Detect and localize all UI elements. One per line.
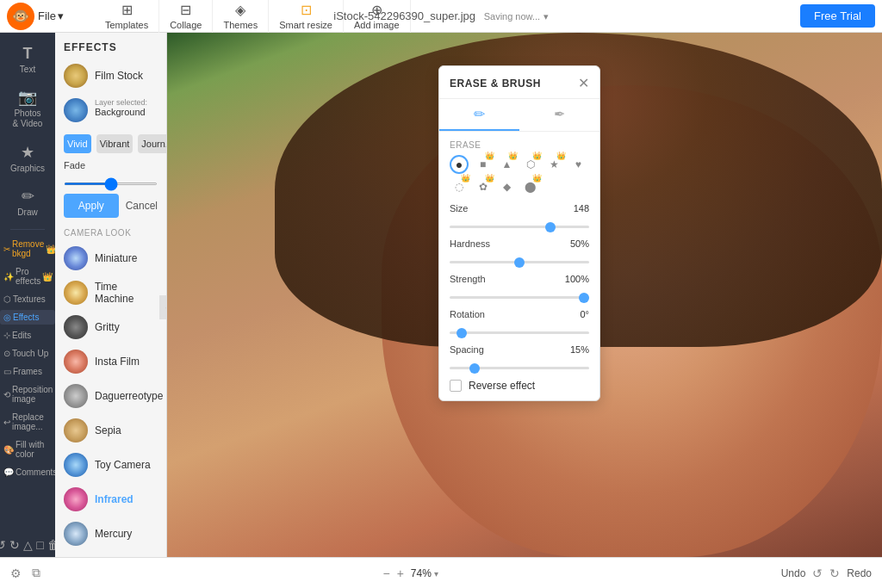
sidebar-item-fill-color[interactable]: 🎨 Fill with color (0, 437, 55, 461)
erase-brush-modal: ERASE & BRUSH ✕ ✏ ✒ ERASE ● (438, 65, 600, 401)
sidebar-item-draw[interactable]: ✏ Draw (3, 182, 53, 222)
file-label: File (38, 9, 56, 22)
size-value: 148 (574, 203, 589, 214)
modal-box: ERASE & BRUSH ✕ ✏ ✒ ERASE ● (438, 65, 600, 401)
layers-icon[interactable]: ⧉ (32, 566, 40, 580)
effects-header: EFFECTS (55, 33, 166, 59)
sidebar-divider (10, 229, 45, 230)
apply-cancel-row: Apply Cancel (64, 194, 158, 218)
sidebar-item-graphics[interactable]: ★ filmstock Graphics (3, 138, 53, 178)
sidebar-item-comments[interactable]: 💬 Comments (0, 465, 55, 480)
effect-item-sepia[interactable]: Sepia (55, 413, 166, 448)
filter-vibrant-btn[interactable]: Vibrant (96, 134, 134, 153)
effect-item-daguerreotype[interactable]: Daguerreotype (55, 379, 166, 413)
nav-tool-themes[interactable]: ◈ Themes (213, 0, 269, 33)
bottom-left-icons: ⚙ ⧉ (10, 566, 40, 580)
modal-tab-erase[interactable]: ✏ (439, 99, 519, 131)
sidebar-item-pro-effects[interactable]: ✨ Pro effects 👑 (0, 264, 55, 288)
sidebar-item-replace-image[interactable]: ↩ Replace image... (0, 410, 55, 434)
app-logo[interactable]: 🐵 (7, 3, 34, 30)
zoom-value[interactable]: 74% ▾ (411, 567, 438, 579)
effect-item-layer[interactable]: Layer selected: Background (55, 93, 166, 127)
effect-item-insta-film[interactable]: Insta Film (55, 344, 166, 379)
sidebar-item-touch-up[interactable]: ⊙ Touch Up (0, 346, 55, 361)
file-menu[interactable]: File ▾ (38, 9, 64, 22)
rotation-slider[interactable] (450, 331, 589, 334)
fade-slider[interactable] (64, 183, 158, 185)
modal-close-btn[interactable]: ✕ (578, 75, 589, 91)
top-navbar: 🐵 File ▾ ⊞ Templates ⊟ Collage ◈ Themes … (0, 0, 882, 33)
brush-shape-circle[interactable]: ● (450, 155, 469, 174)
templates-label: Templates (105, 20, 148, 30)
square-icon[interactable]: □ (36, 538, 43, 552)
filter-journ-btn[interactable]: Journ... (138, 134, 167, 153)
replace-image-icon: ↩ (3, 418, 10, 427)
sidebar-item-reposition[interactable]: ⟲ Reposition image (0, 382, 55, 406)
size-slider[interactable] (450, 226, 589, 228)
size-label: Size (450, 203, 468, 214)
photos-label: Photos& Video (13, 108, 43, 129)
brush-shape-triangle[interactable]: ▲ 👑 (497, 155, 516, 174)
effect-item-gritty[interactable]: Gritty (55, 310, 166, 344)
bottom-bar: ⚙ ⧉ − + 74% ▾ Undo ↺ ↻ Redo (0, 557, 882, 588)
brush-shape-row2-5[interactable]: ⬤ 👑 (521, 177, 540, 196)
fill-color-icon: 🎨 (3, 445, 14, 455)
effect-item-infrared[interactable]: Infrared (55, 482, 166, 517)
zoom-minus-btn[interactable]: − (382, 566, 389, 580)
modal-tab-brush[interactable]: ✒ (519, 99, 599, 131)
modal-body: ERASE ● ■ 👑 ▲ 👑 (439, 132, 599, 400)
undo-btn[interactable]: ↺ (812, 566, 823, 580)
smart-resize-label: Smart resize (279, 20, 332, 30)
effect-item-miniature[interactable]: Miniature (55, 241, 166, 275)
comments-icon: 💬 (3, 467, 14, 477)
sidebar-item-frames[interactable]: ▭ Frames (0, 364, 55, 379)
reverse-effect-checkbox[interactable] (450, 380, 462, 392)
sidebar-item-edits[interactable]: ⊹ Edits (0, 328, 55, 343)
edits-icon: ⊹ (3, 331, 10, 340)
effects-panel: ‹ EFFECTS Film Stock Layer selected: Bac… (55, 33, 167, 557)
hardness-slider-row: Hardness 50% (450, 238, 589, 267)
panel-collapse-arrow[interactable]: ‹ (159, 295, 167, 319)
brush-shape-row2-1[interactable]: ♥ (568, 155, 587, 174)
mercury-thumb (64, 522, 88, 546)
brush-shape-row2-4[interactable]: ◆ (497, 177, 516, 196)
hardness-slider[interactable] (450, 261, 589, 263)
spacing-label: Spacing (450, 344, 484, 355)
sidebar-item-text[interactable]: T Text (3, 40, 53, 79)
brush-shape-row2-3[interactable]: ✿ 👑 (474, 177, 493, 196)
apply-btn[interactable]: Apply (64, 194, 119, 218)
modal-tabs: ✏ ✒ (439, 99, 599, 132)
infrared-thumb (64, 487, 88, 511)
bottom-center-zoom: − + 74% ▾ (382, 566, 438, 580)
zoom-plus-btn[interactable]: + (397, 566, 404, 580)
brush-shape-square[interactable]: ■ 👑 (474, 155, 493, 174)
nav-tool-collage[interactable]: ⊟ Collage (159, 0, 213, 33)
undo-icon[interactable]: ↺ (0, 538, 6, 552)
triangle-icon[interactable]: △ (23, 538, 33, 552)
logo-area: 🐵 File ▾ (0, 3, 95, 30)
settings-icon[interactable]: ⚙ (10, 566, 22, 580)
mercury-label: Mercury (95, 528, 132, 540)
brush-shape-star[interactable]: ★ 👑 (545, 155, 564, 174)
effect-item-film-stock[interactable]: Film Stock (55, 59, 166, 93)
nav-tool-smart-resize[interactable]: ⊡ Smart resize (269, 0, 344, 33)
strength-slider[interactable] (450, 296, 589, 299)
brush-shape-row2-2[interactable]: ◌ 👑 (450, 177, 469, 196)
effect-item-time-machine[interactable]: Time Machine (55, 275, 166, 310)
sepia-thumb (64, 418, 88, 443)
effect-item-toy-camera[interactable]: Toy Camera (55, 448, 166, 482)
redo-btn[interactable]: ↻ (829, 566, 840, 580)
sidebar-item-textures[interactable]: ⬡ Textures (0, 292, 55, 306)
sidebar-item-remove-bkgd[interactable]: ✂ Remove bkgd 👑 (0, 237, 55, 261)
sidebar-item-photos[interactable]: 📷 Photos& Video (3, 83, 53, 134)
free-trial-button[interactable]: Free Trial (800, 4, 875, 28)
effect-item-mercury[interactable]: Mercury (55, 517, 166, 551)
brush-shape-hex[interactable]: ⬡ 👑 (521, 155, 540, 174)
left-sidebar: T Text 📷 Photos& Video ★ filmstock Graph… (0, 33, 55, 557)
spacing-slider[interactable] (450, 367, 589, 369)
nav-tool-templates[interactable]: ⊞ Templates (95, 0, 159, 33)
filter-vivid-btn[interactable]: Vivid (64, 134, 91, 153)
redo-icon[interactable]: ↻ (9, 538, 20, 552)
sidebar-item-effects[interactable]: ◎ Effects (0, 310, 55, 325)
cancel-btn[interactable]: Cancel (126, 200, 158, 212)
